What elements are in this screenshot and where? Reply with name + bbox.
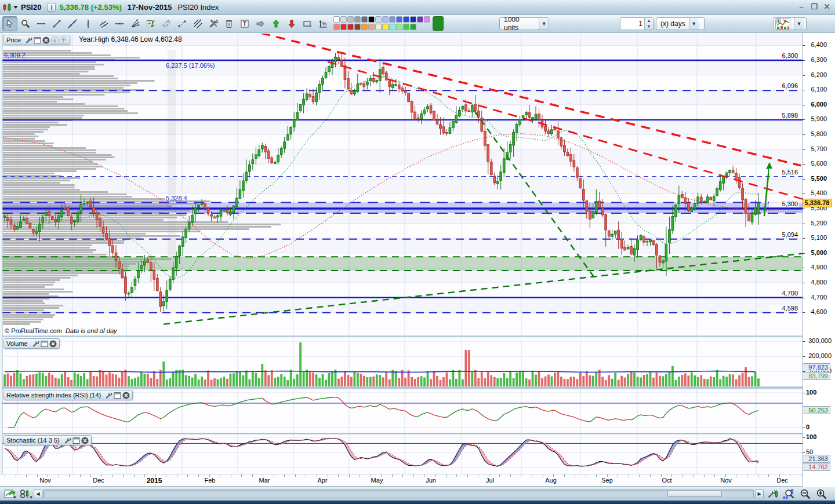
ruler-tool[interactable] <box>159 16 174 31</box>
segment-tool[interactable] <box>49 16 64 31</box>
move-panel-down-icon[interactable] <box>51 36 59 44</box>
fan-lines-tool[interactable] <box>128 16 143 31</box>
timeframe-dropdown[interactable]: (x) days▼ <box>656 17 705 30</box>
palette-color[interactable] <box>368 24 375 30</box>
palette-color[interactable] <box>382 24 389 30</box>
minimize-button[interactable]: – <box>797 2 806 11</box>
arrow-up-tool[interactable] <box>268 16 284 31</box>
palette-color[interactable] <box>417 24 423 30</box>
scroll-left-button[interactable]: ◀ <box>34 490 42 498</box>
palette-color[interactable] <box>396 24 402 30</box>
rectangle-zone-tool[interactable] <box>300 16 315 31</box>
export-dropdown-icon[interactable]: ▼ <box>13 495 17 499</box>
pitchfork-tool[interactable] <box>190 16 205 31</box>
arrow-right-tool[interactable] <box>253 16 268 31</box>
zoom-tool[interactable] <box>18 16 33 31</box>
detach-window-icon[interactable] <box>114 392 121 399</box>
palette-color[interactable] <box>347 16 354 23</box>
drawing-settings-tool[interactable] <box>206 16 221 31</box>
settings-wrench-icon[interactable] <box>105 392 112 399</box>
linked-charts-dropdown-icon[interactable]: ▼ <box>29 495 33 499</box>
horizontal-line-tool[interactable] <box>112 16 127 31</box>
time-axis-tick <box>704 474 705 477</box>
volume-panel-header[interactable]: Volume <box>3 338 60 349</box>
palette-color[interactable] <box>340 24 347 30</box>
fit-zoom-button[interactable] <box>783 488 796 500</box>
price-panel-header[interactable]: Price <box>3 35 70 45</box>
palette-color[interactable] <box>424 16 430 23</box>
palette-color[interactable] <box>403 16 409 23</box>
palette-color[interactable] <box>333 16 340 23</box>
time-axis[interactable]: NovDec2015FebMarAprMayJunJulAugSepOctNov… <box>0 474 803 487</box>
palette-color[interactable] <box>417 16 423 23</box>
palette-color[interactable] <box>361 24 368 30</box>
close-panel-icon[interactable] <box>81 437 89 444</box>
arrow-down-tool[interactable] <box>284 16 299 31</box>
palette-color[interactable] <box>354 16 361 23</box>
units-dropdown[interactable]: 1000 units▼ <box>499 17 549 30</box>
palette-color[interactable] <box>410 24 416 30</box>
restore-button[interactable]: ❐ <box>809 2 819 11</box>
chart-style-dropdown-arrow[interactable]: ▼ <box>794 18 804 30</box>
palette-color[interactable] <box>382 16 389 23</box>
palette-color[interactable] <box>389 16 395 23</box>
palette-color[interactable] <box>403 24 409 30</box>
timeframe-dropdown-arrow[interactable]: ▼ <box>689 18 699 30</box>
palette-color[interactable] <box>333 24 340 30</box>
cursor-tool[interactable] <box>2 16 17 31</box>
palette-color[interactable] <box>340 16 347 23</box>
percent-retracement-tool[interactable]: % <box>315 16 331 31</box>
chart-canvas[interactable] <box>2 34 803 474</box>
move-panel-up-icon[interactable] <box>60 36 67 44</box>
delete-drawings-tool[interactable] <box>222 16 237 31</box>
settings-wrench-icon[interactable] <box>25 36 32 44</box>
zoom-in-button[interactable] <box>815 488 828 500</box>
settings-wrench-icon[interactable] <box>32 340 39 348</box>
palette-color[interactable] <box>375 16 382 23</box>
settings-wrench-icon[interactable] <box>64 437 71 444</box>
close-panel-icon[interactable] <box>42 36 50 44</box>
close-panel-icon[interactable] <box>122 392 130 399</box>
palette-color[interactable] <box>389 24 395 30</box>
chart-style-button[interactable]: ▼ <box>773 17 807 30</box>
palette-color[interactable] <box>375 24 382 30</box>
palette-color[interactable] <box>424 24 430 30</box>
period-spinner-buttons[interactable]: ▲▼ <box>644 18 653 30</box>
analysis-notes-tool[interactable] <box>143 16 158 31</box>
month-label: Oct <box>662 477 671 484</box>
extended-line-icon <box>68 19 77 28</box>
parallel-channel-tool[interactable] <box>96 16 111 31</box>
zoom-out-button[interactable] <box>799 488 812 500</box>
time-axis-tick <box>90 474 91 477</box>
selected-color-swatch[interactable] <box>433 16 444 31</box>
rsi-panel-header[interactable]: Relative strength index (RSI) (14) <box>3 390 133 400</box>
info-icon[interactable]: i <box>47 3 56 12</box>
detach-window-icon[interactable] <box>34 36 41 44</box>
palette-color[interactable] <box>368 16 375 23</box>
price-axis-label: 5,100 <box>803 234 827 241</box>
chart-scrollbar[interactable] <box>43 490 754 498</box>
scrollbar-thumb[interactable] <box>667 491 722 497</box>
close-button[interactable]: ✕ <box>822 2 832 11</box>
scroll-right-button[interactable]: ▶ <box>755 490 764 498</box>
instrument-dropdown-icon[interactable] <box>13 6 19 9</box>
extended-line-tool[interactable] <box>65 16 80 31</box>
detach-window-icon[interactable] <box>72 437 80 444</box>
close-panel-icon[interactable] <box>49 340 57 348</box>
palette-color[interactable] <box>410 16 416 23</box>
period-spinner[interactable]: 1▲▼ <box>620 17 654 30</box>
horizontal-segment-tool[interactable] <box>34 16 49 31</box>
palette-color[interactable] <box>361 16 368 23</box>
vertical-line-tool[interactable] <box>81 16 96 31</box>
palette-color[interactable] <box>347 24 354 30</box>
spinner-up-icon[interactable]: ▲ <box>645 18 653 24</box>
polyline-tool[interactable] <box>175 16 190 31</box>
chart-settings-button[interactable] <box>767 488 779 500</box>
units-dropdown-arrow[interactable]: ▼ <box>539 18 549 30</box>
detach-window-icon[interactable] <box>41 340 48 348</box>
palette-color[interactable] <box>396 16 402 23</box>
text-tool[interactable]: T <box>237 16 252 31</box>
spinner-down-icon[interactable]: ▼ <box>645 24 653 30</box>
stochastic-panel-header[interactable]: Stochastic (14 3 5) <box>3 435 92 445</box>
palette-color[interactable] <box>354 24 361 30</box>
